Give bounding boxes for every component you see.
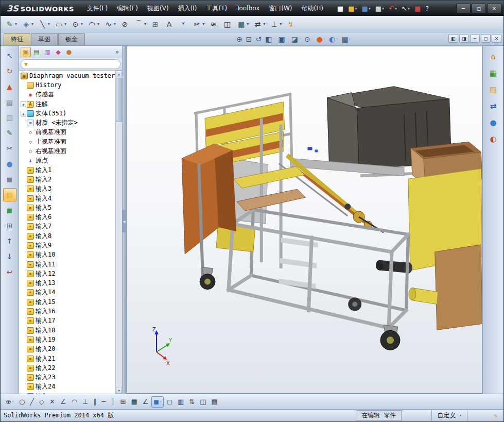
point-icon[interactable]: * [177, 18, 189, 31]
view-palette-icon[interactable]: ⇄ [486, 99, 500, 113]
tree-item-input-9[interactable]: ≡ 输入9 [21, 241, 115, 250]
sphere-icon[interactable]: ● [3, 157, 16, 171]
close-button[interactable]: ✕ [487, 4, 501, 13]
shaded-with-edges-icon[interactable]: ◼ ▾ [151, 396, 164, 408]
tree-item-origin[interactable]: + 原点 [21, 156, 115, 165]
sheet-format-icon[interactable]: ▤ [209, 396, 219, 408]
tree-item-input-11[interactable]: ≡ 输入11 [21, 260, 115, 269]
tree-item-input-6[interactable]: ≡ 输入6 [21, 212, 115, 222]
trim-entities-icon[interactable]: ✂ ▾ [190, 18, 206, 31]
tree-item-input-5[interactable]: ≡ 输入5 [21, 203, 115, 212]
pane-right-icon[interactable]: ◨ [459, 34, 469, 43]
tree-item-right-plane[interactable]: ◇ 右视基准面 [21, 146, 115, 156]
zoom-area-icon[interactable]: ⊡ [245, 33, 254, 44]
tree-item-input-23[interactable]: ≡ 输入23 [21, 373, 115, 382]
undo-icon[interactable]: ↶ ▾ [387, 3, 399, 14]
doc-close-button[interactable]: ✕ [492, 34, 501, 43]
tree-expander[interactable]: + [21, 102, 26, 107]
menu-toolbox[interactable]: Toolbox [232, 1, 264, 16]
spline-icon[interactable]: ∿ ▾ [102, 18, 117, 31]
panel-overflow-button[interactable]: » [114, 48, 120, 56]
view-settings-icon[interactable]: ▤ ▾ [340, 33, 352, 44]
featuremanager-tab-icon[interactable]: ▣ [21, 47, 31, 57]
tab-sketch[interactable]: 草图 [31, 33, 58, 45]
tree-root-item[interactable]: ▣ Diaphragm vacuum tester [21, 71, 115, 80]
parallel-snap-icon[interactable]: ∥ [91, 396, 99, 408]
tree-item-input-19[interactable]: ≡ 输入19 [21, 335, 115, 344]
splitter-collapse-handle[interactable]: ◀ [123, 210, 126, 232]
grid-settings-icon[interactable]: ▦ [129, 396, 139, 408]
measure-icon[interactable]: ⇅ [187, 396, 197, 408]
open-icon[interactable]: ■ ▾ [346, 3, 359, 14]
grid-icon[interactable]: ⊞ [3, 219, 16, 232]
menu-tools[interactable]: 工具(T) [202, 1, 232, 16]
quick-snaps-icon[interactable]: ⊕ ▾ [4, 396, 16, 408]
tree-item-input-15[interactable]: ≡ 输入15 [21, 297, 115, 307]
document-icon[interactable]: ▤ [3, 95, 16, 109]
tree-item-sensors[interactable]: ◉ 传感器 [21, 90, 115, 99]
configurationmanager-tab-icon[interactable]: ▥ [42, 47, 53, 57]
dimxpertmanager-tab-icon[interactable]: ◆ [53, 47, 63, 57]
scrollbar-thumb[interactable] [116, 78, 122, 122]
menu-insert[interactable]: 插入(I) [173, 1, 202, 16]
doc-restore-button[interactable]: ◻ [481, 34, 491, 43]
mirror-entities-icon[interactable]: ◫ [221, 18, 234, 31]
menu-edit[interactable]: 编辑(E) [112, 1, 143, 16]
tab-sheet-metal[interactable]: 钣金 [58, 33, 85, 45]
arrow-down-icon[interactable]: ↓ [3, 250, 16, 263]
menu-view[interactable]: 视图(V) [143, 1, 173, 16]
exit-sketch-icon[interactable]: ↩ [3, 265, 16, 279]
tree-item-input-24[interactable]: ≡ 输入24 [21, 382, 115, 392]
scroll-down-icon[interactable]: ▼ [116, 387, 122, 394]
previous-view-icon[interactable]: ↺ [254, 33, 263, 44]
rebuild-icon[interactable]: ↻ [3, 64, 16, 78]
tree-item-input-21[interactable]: ≡ 输入21 [21, 354, 115, 363]
convert-entities-icon[interactable]: ⊞ [149, 18, 162, 31]
tree-expander[interactable]: + [21, 111, 26, 116]
intersection-snap-icon[interactable]: ✕ [47, 396, 57, 408]
offset-entities-icon[interactable]: ≋ [207, 18, 220, 31]
linear-pattern-icon[interactable]: ▦ ▾ [235, 18, 250, 31]
doc-minimize-button[interactable]: ─ [470, 34, 480, 43]
tree-item-input-20[interactable]: ≡ 输入20 [21, 345, 115, 354]
tree-item-input-22[interactable]: ≡ 输入22 [21, 363, 115, 373]
panel-splitter[interactable]: ◀ [123, 46, 126, 394]
edit-appearance-icon[interactable]: ● ▾ [315, 33, 327, 44]
pane-left-icon[interactable]: ◧ [448, 34, 458, 43]
display-style-icon[interactable]: ◪ ▾ [290, 33, 302, 44]
arc-icon[interactable]: ◠ ▾ [85, 18, 101, 31]
resources-icon[interactable]: ⌂ [486, 50, 500, 63]
menu-help[interactable]: 帮助(H) [297, 1, 327, 16]
hidden-lines-icon[interactable]: ▥ [176, 396, 186, 408]
status-custom-dropdown[interactable]: 自定义 ▾ [431, 410, 467, 421]
tree-item-input-1[interactable]: ≡ 输入1 [21, 165, 115, 175]
vertical-snap-icon[interactable]: │ [109, 396, 117, 408]
tree-item-input-25[interactable]: ≡ 输入25 [21, 392, 115, 394]
point-snap-icon[interactable]: ○ [17, 396, 27, 408]
select-icon[interactable]: ↖ ▾ [399, 3, 412, 14]
palette-icon[interactable]: ▦ [3, 188, 16, 201]
move-entities-icon[interactable]: ⇄ ▾ [251, 18, 267, 31]
green-cube-icon[interactable]: ◼ [3, 204, 16, 217]
tangent-snap-icon[interactable]: ◠ [69, 396, 79, 408]
ellipse-icon[interactable]: ⊘ [118, 18, 131, 31]
fillet-icon[interactable]: ⌒ ▾ [132, 18, 148, 31]
text-icon[interactable]: A [163, 18, 176, 31]
tree-item-input-16[interactable]: ≡ 输入16 [21, 307, 115, 316]
propertymanager-tab-icon[interactable]: ▤ [31, 47, 42, 57]
help-icon[interactable]: ? [423, 3, 431, 14]
tree-item-input-2[interactable]: ≡ 输入2 [21, 175, 115, 184]
tree-item-input-14[interactable]: ≡ 输入14 [21, 288, 115, 297]
tree-item-input-18[interactable]: ≡ 输入18 [21, 326, 115, 335]
file-explorer-icon[interactable]: ▨ [486, 83, 500, 96]
arrow-up-icon[interactable]: ↑ [3, 234, 16, 248]
model-3d-view[interactable] [127, 46, 482, 393]
tree-item-input-17[interactable]: ≡ 输入17 [21, 316, 115, 326]
midpoint-snap-icon[interactable]: ◇ [37, 396, 46, 408]
tab-features[interactable]: 特征 [4, 33, 30, 45]
tree-item-input-8[interactable]: ≡ 输入8 [21, 231, 115, 241]
tree-item-annotations[interactable]: + A 注解 [21, 99, 115, 109]
display-relations-icon[interactable]: ⊥ ▾ [268, 18, 283, 31]
flame-icon[interactable]: ▲ [3, 80, 16, 93]
scroll-up-icon[interactable]: ▲ [116, 71, 122, 77]
